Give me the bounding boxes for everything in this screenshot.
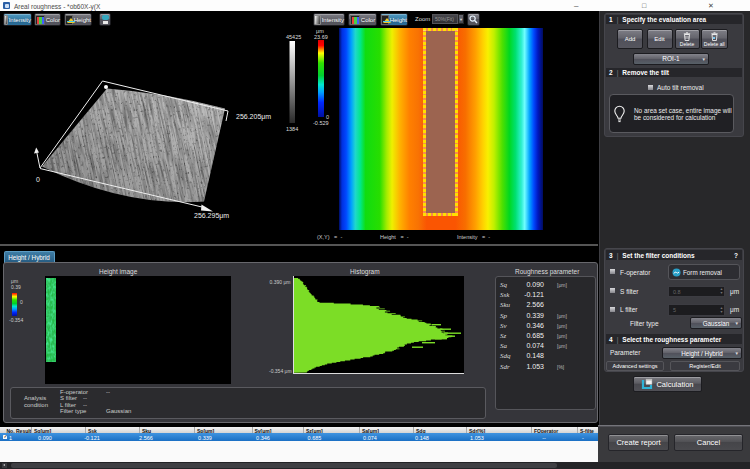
- svg-text:256.205μm: 256.205μm: [236, 113, 271, 121]
- svg-text:0: 0: [36, 176, 40, 183]
- svg-text:256.295μm: 256.295μm: [194, 212, 229, 220]
- svg-text:1384: 1384: [286, 126, 298, 132]
- svg-text:45425: 45425: [286, 34, 301, 40]
